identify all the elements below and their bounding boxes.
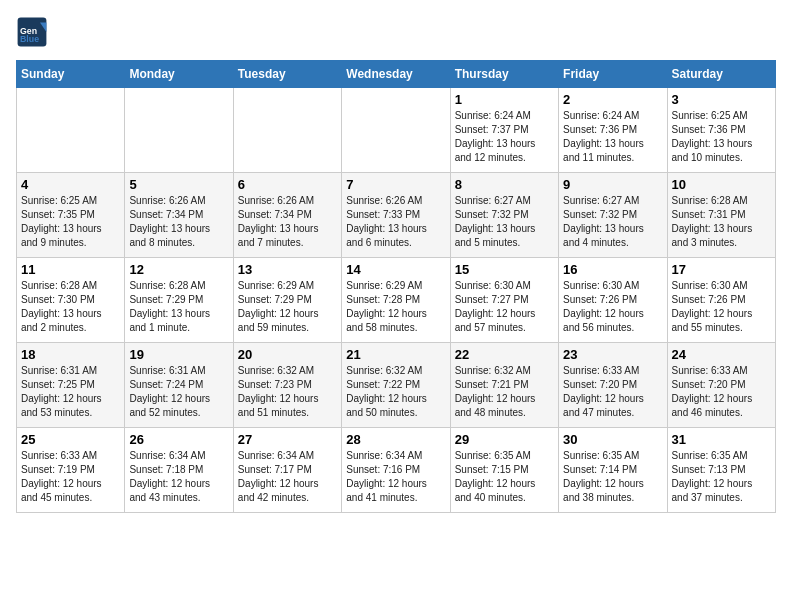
day-number: 29	[455, 432, 554, 447]
day-cell: 10Sunrise: 6:28 AM Sunset: 7:31 PM Dayli…	[667, 173, 775, 258]
day-cell	[17, 88, 125, 173]
day-number: 17	[672, 262, 771, 277]
col-header-tuesday: Tuesday	[233, 61, 341, 88]
day-number: 11	[21, 262, 120, 277]
day-number: 30	[563, 432, 662, 447]
day-info: Sunrise: 6:25 AM Sunset: 7:35 PM Dayligh…	[21, 194, 120, 250]
day-info: Sunrise: 6:34 AM Sunset: 7:16 PM Dayligh…	[346, 449, 445, 505]
day-cell: 8Sunrise: 6:27 AM Sunset: 7:32 PM Daylig…	[450, 173, 558, 258]
day-info: Sunrise: 6:35 AM Sunset: 7:13 PM Dayligh…	[672, 449, 771, 505]
day-number: 6	[238, 177, 337, 192]
day-number: 16	[563, 262, 662, 277]
day-info: Sunrise: 6:24 AM Sunset: 7:36 PM Dayligh…	[563, 109, 662, 165]
day-number: 20	[238, 347, 337, 362]
week-row-3: 11Sunrise: 6:28 AM Sunset: 7:30 PM Dayli…	[17, 258, 776, 343]
day-cell: 31Sunrise: 6:35 AM Sunset: 7:13 PM Dayli…	[667, 428, 775, 513]
day-number: 13	[238, 262, 337, 277]
day-cell: 25Sunrise: 6:33 AM Sunset: 7:19 PM Dayli…	[17, 428, 125, 513]
day-number: 3	[672, 92, 771, 107]
day-cell: 27Sunrise: 6:34 AM Sunset: 7:17 PM Dayli…	[233, 428, 341, 513]
day-number: 2	[563, 92, 662, 107]
day-info: Sunrise: 6:31 AM Sunset: 7:24 PM Dayligh…	[129, 364, 228, 420]
day-info: Sunrise: 6:26 AM Sunset: 7:34 PM Dayligh…	[129, 194, 228, 250]
day-info: Sunrise: 6:34 AM Sunset: 7:17 PM Dayligh…	[238, 449, 337, 505]
day-number: 7	[346, 177, 445, 192]
day-info: Sunrise: 6:35 AM Sunset: 7:15 PM Dayligh…	[455, 449, 554, 505]
day-number: 12	[129, 262, 228, 277]
day-cell: 26Sunrise: 6:34 AM Sunset: 7:18 PM Dayli…	[125, 428, 233, 513]
day-cell: 30Sunrise: 6:35 AM Sunset: 7:14 PM Dayli…	[559, 428, 667, 513]
day-number: 27	[238, 432, 337, 447]
day-info: Sunrise: 6:25 AM Sunset: 7:36 PM Dayligh…	[672, 109, 771, 165]
day-cell: 29Sunrise: 6:35 AM Sunset: 7:15 PM Dayli…	[450, 428, 558, 513]
day-info: Sunrise: 6:31 AM Sunset: 7:25 PM Dayligh…	[21, 364, 120, 420]
logo: Gen Blue	[16, 16, 52, 48]
day-cell: 22Sunrise: 6:32 AM Sunset: 7:21 PM Dayli…	[450, 343, 558, 428]
day-cell: 4Sunrise: 6:25 AM Sunset: 7:35 PM Daylig…	[17, 173, 125, 258]
day-info: Sunrise: 6:26 AM Sunset: 7:34 PM Dayligh…	[238, 194, 337, 250]
day-number: 23	[563, 347, 662, 362]
day-cell: 2Sunrise: 6:24 AM Sunset: 7:36 PM Daylig…	[559, 88, 667, 173]
day-info: Sunrise: 6:33 AM Sunset: 7:20 PM Dayligh…	[672, 364, 771, 420]
day-number: 4	[21, 177, 120, 192]
col-header-monday: Monday	[125, 61, 233, 88]
day-info: Sunrise: 6:27 AM Sunset: 7:32 PM Dayligh…	[455, 194, 554, 250]
calendar-table: SundayMondayTuesdayWednesdayThursdayFrid…	[16, 60, 776, 513]
day-info: Sunrise: 6:29 AM Sunset: 7:28 PM Dayligh…	[346, 279, 445, 335]
day-cell: 13Sunrise: 6:29 AM Sunset: 7:29 PM Dayli…	[233, 258, 341, 343]
day-number: 25	[21, 432, 120, 447]
day-number: 31	[672, 432, 771, 447]
day-number: 14	[346, 262, 445, 277]
col-header-friday: Friday	[559, 61, 667, 88]
day-info: Sunrise: 6:30 AM Sunset: 7:27 PM Dayligh…	[455, 279, 554, 335]
day-info: Sunrise: 6:32 AM Sunset: 7:21 PM Dayligh…	[455, 364, 554, 420]
day-cell: 19Sunrise: 6:31 AM Sunset: 7:24 PM Dayli…	[125, 343, 233, 428]
day-number: 10	[672, 177, 771, 192]
day-cell: 20Sunrise: 6:32 AM Sunset: 7:23 PM Dayli…	[233, 343, 341, 428]
day-cell: 9Sunrise: 6:27 AM Sunset: 7:32 PM Daylig…	[559, 173, 667, 258]
svg-text:Blue: Blue	[20, 34, 39, 44]
day-cell: 15Sunrise: 6:30 AM Sunset: 7:27 PM Dayli…	[450, 258, 558, 343]
week-row-2: 4Sunrise: 6:25 AM Sunset: 7:35 PM Daylig…	[17, 173, 776, 258]
day-info: Sunrise: 6:32 AM Sunset: 7:23 PM Dayligh…	[238, 364, 337, 420]
week-row-5: 25Sunrise: 6:33 AM Sunset: 7:19 PM Dayli…	[17, 428, 776, 513]
day-cell	[233, 88, 341, 173]
day-info: Sunrise: 6:30 AM Sunset: 7:26 PM Dayligh…	[672, 279, 771, 335]
day-info: Sunrise: 6:28 AM Sunset: 7:30 PM Dayligh…	[21, 279, 120, 335]
week-row-4: 18Sunrise: 6:31 AM Sunset: 7:25 PM Dayli…	[17, 343, 776, 428]
day-info: Sunrise: 6:35 AM Sunset: 7:14 PM Dayligh…	[563, 449, 662, 505]
day-number: 9	[563, 177, 662, 192]
day-number: 26	[129, 432, 228, 447]
day-cell: 28Sunrise: 6:34 AM Sunset: 7:16 PM Dayli…	[342, 428, 450, 513]
page-header: Gen Blue	[16, 16, 776, 48]
day-number: 24	[672, 347, 771, 362]
day-number: 18	[21, 347, 120, 362]
day-info: Sunrise: 6:28 AM Sunset: 7:31 PM Dayligh…	[672, 194, 771, 250]
day-number: 15	[455, 262, 554, 277]
header-row: SundayMondayTuesdayWednesdayThursdayFrid…	[17, 61, 776, 88]
day-cell: 12Sunrise: 6:28 AM Sunset: 7:29 PM Dayli…	[125, 258, 233, 343]
day-info: Sunrise: 6:33 AM Sunset: 7:19 PM Dayligh…	[21, 449, 120, 505]
day-info: Sunrise: 6:28 AM Sunset: 7:29 PM Dayligh…	[129, 279, 228, 335]
day-cell: 16Sunrise: 6:30 AM Sunset: 7:26 PM Dayli…	[559, 258, 667, 343]
day-cell: 21Sunrise: 6:32 AM Sunset: 7:22 PM Dayli…	[342, 343, 450, 428]
day-cell: 14Sunrise: 6:29 AM Sunset: 7:28 PM Dayli…	[342, 258, 450, 343]
day-number: 8	[455, 177, 554, 192]
day-cell: 24Sunrise: 6:33 AM Sunset: 7:20 PM Dayli…	[667, 343, 775, 428]
day-info: Sunrise: 6:33 AM Sunset: 7:20 PM Dayligh…	[563, 364, 662, 420]
day-info: Sunrise: 6:24 AM Sunset: 7:37 PM Dayligh…	[455, 109, 554, 165]
day-cell: 1Sunrise: 6:24 AM Sunset: 7:37 PM Daylig…	[450, 88, 558, 173]
day-info: Sunrise: 6:29 AM Sunset: 7:29 PM Dayligh…	[238, 279, 337, 335]
day-cell: 18Sunrise: 6:31 AM Sunset: 7:25 PM Dayli…	[17, 343, 125, 428]
col-header-wednesday: Wednesday	[342, 61, 450, 88]
day-cell: 7Sunrise: 6:26 AM Sunset: 7:33 PM Daylig…	[342, 173, 450, 258]
day-info: Sunrise: 6:26 AM Sunset: 7:33 PM Dayligh…	[346, 194, 445, 250]
day-number: 1	[455, 92, 554, 107]
day-cell: 6Sunrise: 6:26 AM Sunset: 7:34 PM Daylig…	[233, 173, 341, 258]
day-number: 5	[129, 177, 228, 192]
day-cell: 3Sunrise: 6:25 AM Sunset: 7:36 PM Daylig…	[667, 88, 775, 173]
day-cell: 5Sunrise: 6:26 AM Sunset: 7:34 PM Daylig…	[125, 173, 233, 258]
day-number: 19	[129, 347, 228, 362]
col-header-thursday: Thursday	[450, 61, 558, 88]
col-header-saturday: Saturday	[667, 61, 775, 88]
